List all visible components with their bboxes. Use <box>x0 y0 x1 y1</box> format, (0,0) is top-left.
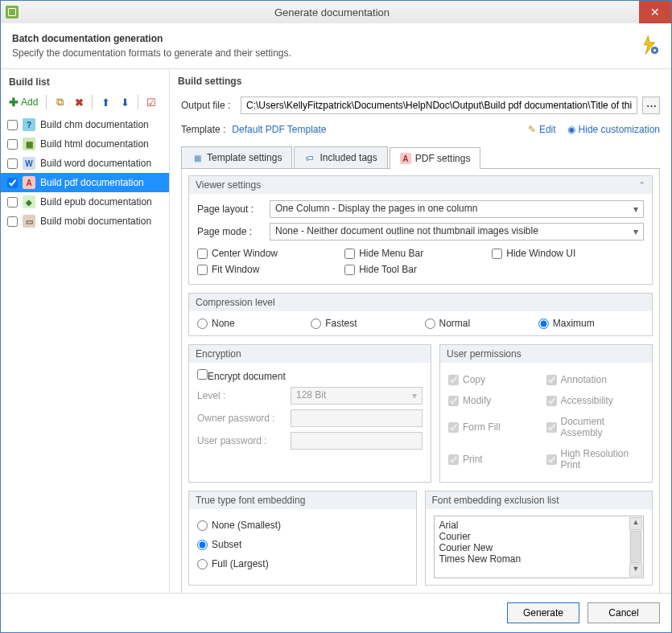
hide-customization-link[interactable]: ◉Hide customization <box>567 124 660 135</box>
select-value: 128 Bit <box>296 389 326 401</box>
radio-label: Subset <box>212 539 241 550</box>
scrollbar[interactable]: ▲ ▼ <box>629 517 642 577</box>
list-item-checkbox[interactable] <box>7 120 18 130</box>
radio[interactable] <box>311 319 321 329</box>
list-item[interactable]: Courier New <box>439 542 639 553</box>
checkbox <box>546 396 557 406</box>
radio[interactable] <box>425 319 435 329</box>
add-button[interactable]: ✚Add <box>6 94 41 110</box>
tab-included-tags[interactable]: 🏷Included tags <box>294 146 387 168</box>
list-item-word[interactable]: W Build word documentation <box>1 154 169 173</box>
list-item[interactable]: Courier <box>439 531 639 542</box>
checkbox[interactable] <box>344 249 355 259</box>
scroll-up-icon[interactable]: ▲ <box>629 517 642 530</box>
output-file-row: Output file : ⋯ <box>170 92 671 119</box>
list-item-mobi[interactable]: ▭ Build mobi documentation <box>1 212 169 231</box>
toggle-check-icon[interactable]: ☑ <box>143 94 159 110</box>
generate-button[interactable]: Generate <box>507 602 579 623</box>
close-button[interactable]: ✕ <box>639 1 671 23</box>
viewer-settings-group: Viewer settings⌃ Page layout : One Colum… <box>188 175 653 285</box>
font-embed-none-radio[interactable]: None (Smallest) <box>197 516 408 535</box>
build-settings-pane: Build settings Output file : ⋯ Template … <box>170 69 671 593</box>
template-link[interactable]: Default PDF Template <box>232 124 326 135</box>
collapse-icon[interactable]: ⌃ <box>638 180 645 191</box>
font-embed-subset-radio[interactable]: Subset <box>197 535 408 554</box>
edit-link[interactable]: ✎Edit <box>528 124 556 135</box>
list-item-checkbox[interactable] <box>7 178 18 188</box>
checkbox <box>448 422 459 433</box>
list-item-checkbox[interactable] <box>7 158 18 169</box>
encrypt-document-checkbox[interactable]: Encrypt document <box>197 371 286 382</box>
pencil-icon: ✎ <box>528 124 536 135</box>
checkbox[interactable] <box>197 369 208 380</box>
move-down-icon[interactable]: ⬇ <box>117 94 133 110</box>
checkbox-label: Annotation <box>561 374 607 385</box>
radio[interactable] <box>538 319 549 329</box>
list-item-html[interactable]: ▦ Build html documentation <box>1 134 169 154</box>
fit-window-checkbox[interactable]: Fit Window <box>197 261 344 277</box>
list-item-chm[interactable]: ? Build chm documentation <box>1 115 169 134</box>
pdf-icon: A <box>23 176 35 189</box>
perm-hires-print-checkbox: High Resolution Print <box>546 443 645 475</box>
checkbox-label: Center Window <box>212 248 278 259</box>
list-item-checkbox[interactable] <box>7 216 18 227</box>
radio[interactable] <box>197 520 208 531</box>
list-item[interactable]: Arial <box>439 520 639 531</box>
group-title: Viewer settings <box>196 179 261 191</box>
perm-form-fill-checkbox: Form Fill <box>448 411 546 443</box>
header-subtitle: Specify the documentation formats to gen… <box>12 47 660 59</box>
scrollbar-thumb[interactable] <box>630 531 641 563</box>
list-item-checkbox[interactable] <box>7 139 18 150</box>
font-exclusion-listbox[interactable]: Arial Courier Courier New Times New Roma… <box>434 516 645 578</box>
user-password-input <box>291 432 423 450</box>
move-up-icon[interactable]: ⬆ <box>97 94 113 110</box>
list-item-label: Build word documentation <box>40 158 151 169</box>
page-mode-select[interactable]: None - Neither document outline not thum… <box>270 223 644 240</box>
radio[interactable] <box>197 319 208 329</box>
checkbox[interactable] <box>344 265 355 275</box>
page-layout-select[interactable]: One Column - Display the pages in one co… <box>270 200 644 218</box>
list-item-label: Build mobi documentation <box>40 216 151 227</box>
compression-maximum-radio[interactable]: Maximum <box>538 318 644 329</box>
hide-label: Hide customization <box>579 124 660 135</box>
list-item-checkbox[interactable] <box>7 197 18 208</box>
plus-icon: ✚ <box>9 96 19 109</box>
output-file-input[interactable] <box>241 97 637 114</box>
compression-none-radio[interactable]: None <box>197 318 303 329</box>
window-title: Generate documentation <box>25 6 639 18</box>
delete-icon[interactable]: ✖ <box>71 94 87 110</box>
font-embed-full-radio[interactable]: Full (Largest) <box>197 554 408 573</box>
list-item-label: Build chm documentation <box>40 119 149 130</box>
owner-password-label: Owner password : <box>197 413 286 424</box>
radio[interactable] <box>197 559 208 569</box>
tab-template-settings[interactable]: ▦Template settings <box>181 146 292 168</box>
list-item[interactable]: Times New Roman <box>439 553 639 565</box>
list-item-pdf[interactable]: A Build pdf documentation <box>1 173 169 192</box>
radio[interactable] <box>197 540 208 550</box>
compression-normal-radio[interactable]: Normal <box>425 318 530 329</box>
list-item-epub[interactable]: ◈ Build epub documentation <box>1 192 169 212</box>
tab-label: Template settings <box>207 152 282 163</box>
lightning-gear-icon <box>639 35 660 55</box>
compression-fastest-radio[interactable]: Fastest <box>311 318 416 329</box>
pdf-tab-icon: A <box>400 153 411 164</box>
checkbox-label: Hide Tool Bar <box>359 264 417 275</box>
checkbox[interactable] <box>197 249 208 259</box>
hide-menu-bar-checkbox[interactable]: Hide Menu Bar <box>344 245 492 261</box>
cancel-button[interactable]: Cancel <box>587 602 660 623</box>
perm-annotation-checkbox: Annotation <box>546 369 645 390</box>
center-window-checkbox[interactable]: Center Window <box>197 245 344 261</box>
checkbox[interactable] <box>197 265 208 275</box>
duplicate-icon[interactable]: ⧉ <box>52 94 68 110</box>
checkbox[interactable] <box>492 249 502 259</box>
browse-button[interactable]: ⋯ <box>642 97 660 114</box>
hide-window-ui-checkbox[interactable]: Hide Window UI <box>492 245 639 261</box>
group-title: True type font embedding <box>196 495 305 506</box>
hide-tool-bar-checkbox[interactable]: Hide Tool Bar <box>344 261 492 277</box>
tab-pdf-settings[interactable]: APDF settings <box>390 147 481 169</box>
checkbox-label: Accessibility <box>561 395 613 406</box>
group-title: Compression level <box>196 297 275 308</box>
perm-accessibility-checkbox: Accessibility <box>546 390 645 411</box>
scroll-down-icon[interactable]: ▼ <box>629 564 642 577</box>
checkbox-label: High Resolution Print <box>561 448 645 471</box>
